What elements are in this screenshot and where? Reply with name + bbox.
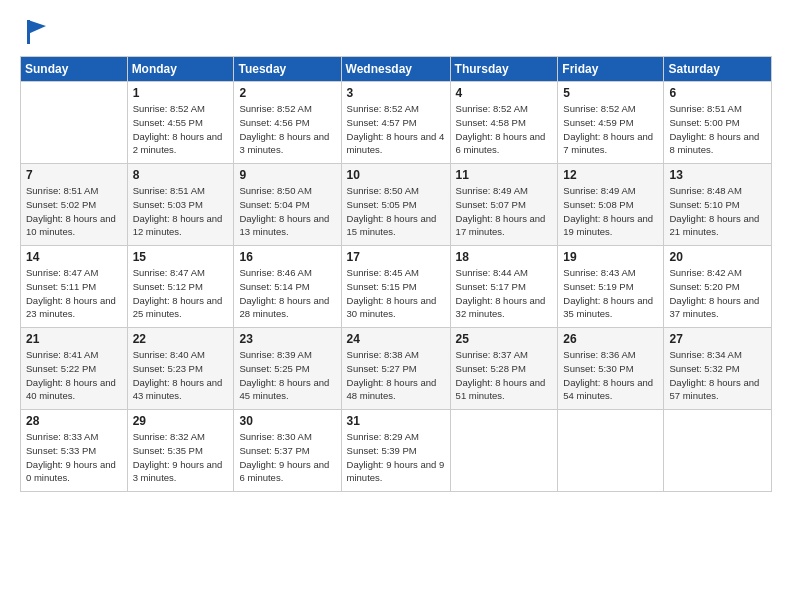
- header-row: Sunday Monday Tuesday Wednesday Thursday…: [21, 57, 772, 82]
- calendar-row: 7Sunrise: 8:51 AM Sunset: 5:02 PM Daylig…: [21, 164, 772, 246]
- calendar-cell: 4Sunrise: 8:52 AM Sunset: 4:58 PM Daylig…: [450, 82, 558, 164]
- calendar-row: 14Sunrise: 8:47 AM Sunset: 5:11 PM Dayli…: [21, 246, 772, 328]
- calendar-row: 1Sunrise: 8:52 AM Sunset: 4:55 PM Daylig…: [21, 82, 772, 164]
- calendar-cell: 14Sunrise: 8:47 AM Sunset: 5:11 PM Dayli…: [21, 246, 128, 328]
- day-number: 7: [26, 168, 122, 182]
- day-info: Sunrise: 8:45 AM Sunset: 5:15 PM Dayligh…: [347, 266, 445, 321]
- day-number: 25: [456, 332, 553, 346]
- day-number: 21: [26, 332, 122, 346]
- day-number: 2: [239, 86, 335, 100]
- day-info: Sunrise: 8:52 AM Sunset: 4:55 PM Dayligh…: [133, 102, 229, 157]
- day-info: Sunrise: 8:50 AM Sunset: 5:05 PM Dayligh…: [347, 184, 445, 239]
- calendar-cell: 6Sunrise: 8:51 AM Sunset: 5:00 PM Daylig…: [664, 82, 772, 164]
- calendar-cell: 10Sunrise: 8:50 AM Sunset: 5:05 PM Dayli…: [341, 164, 450, 246]
- calendar-cell: 19Sunrise: 8:43 AM Sunset: 5:19 PM Dayli…: [558, 246, 664, 328]
- day-number: 1: [133, 86, 229, 100]
- day-info: Sunrise: 8:44 AM Sunset: 5:17 PM Dayligh…: [456, 266, 553, 321]
- day-number: 11: [456, 168, 553, 182]
- logo: [20, 18, 48, 46]
- calendar-cell: 26Sunrise: 8:36 AM Sunset: 5:30 PM Dayli…: [558, 328, 664, 410]
- calendar-cell: [558, 410, 664, 492]
- calendar-cell: 24Sunrise: 8:38 AM Sunset: 5:27 PM Dayli…: [341, 328, 450, 410]
- day-info: Sunrise: 8:52 AM Sunset: 4:56 PM Dayligh…: [239, 102, 335, 157]
- day-number: 5: [563, 86, 658, 100]
- calendar-cell: 17Sunrise: 8:45 AM Sunset: 5:15 PM Dayli…: [341, 246, 450, 328]
- day-info: Sunrise: 8:30 AM Sunset: 5:37 PM Dayligh…: [239, 430, 335, 485]
- calendar-table: Sunday Monday Tuesday Wednesday Thursday…: [20, 56, 772, 492]
- col-tuesday: Tuesday: [234, 57, 341, 82]
- day-number: 26: [563, 332, 658, 346]
- day-info: Sunrise: 8:33 AM Sunset: 5:33 PM Dayligh…: [26, 430, 122, 485]
- day-info: Sunrise: 8:51 AM Sunset: 5:02 PM Dayligh…: [26, 184, 122, 239]
- col-wednesday: Wednesday: [341, 57, 450, 82]
- calendar-row: 28Sunrise: 8:33 AM Sunset: 5:33 PM Dayli…: [21, 410, 772, 492]
- day-info: Sunrise: 8:36 AM Sunset: 5:30 PM Dayligh…: [563, 348, 658, 403]
- svg-marker-0: [28, 20, 46, 34]
- day-number: 12: [563, 168, 658, 182]
- day-number: 31: [347, 414, 445, 428]
- day-number: 16: [239, 250, 335, 264]
- day-number: 19: [563, 250, 658, 264]
- day-info: Sunrise: 8:29 AM Sunset: 5:39 PM Dayligh…: [347, 430, 445, 485]
- calendar-cell: 9Sunrise: 8:50 AM Sunset: 5:04 PM Daylig…: [234, 164, 341, 246]
- day-number: 13: [669, 168, 766, 182]
- calendar-cell: [450, 410, 558, 492]
- calendar-cell: 3Sunrise: 8:52 AM Sunset: 4:57 PM Daylig…: [341, 82, 450, 164]
- logo-flag-icon: [26, 18, 48, 46]
- calendar-cell: 5Sunrise: 8:52 AM Sunset: 4:59 PM Daylig…: [558, 82, 664, 164]
- day-info: Sunrise: 8:49 AM Sunset: 5:07 PM Dayligh…: [456, 184, 553, 239]
- day-info: Sunrise: 8:42 AM Sunset: 5:20 PM Dayligh…: [669, 266, 766, 321]
- day-number: 30: [239, 414, 335, 428]
- day-number: 6: [669, 86, 766, 100]
- day-number: 18: [456, 250, 553, 264]
- day-number: 29: [133, 414, 229, 428]
- day-number: 10: [347, 168, 445, 182]
- day-info: Sunrise: 8:41 AM Sunset: 5:22 PM Dayligh…: [26, 348, 122, 403]
- calendar-cell: 15Sunrise: 8:47 AM Sunset: 5:12 PM Dayli…: [127, 246, 234, 328]
- day-info: Sunrise: 8:37 AM Sunset: 5:28 PM Dayligh…: [456, 348, 553, 403]
- day-number: 24: [347, 332, 445, 346]
- header: [20, 18, 772, 46]
- day-info: Sunrise: 8:50 AM Sunset: 5:04 PM Dayligh…: [239, 184, 335, 239]
- day-info: Sunrise: 8:47 AM Sunset: 5:11 PM Dayligh…: [26, 266, 122, 321]
- day-info: Sunrise: 8:51 AM Sunset: 5:00 PM Dayligh…: [669, 102, 766, 157]
- calendar-cell: 22Sunrise: 8:40 AM Sunset: 5:23 PM Dayli…: [127, 328, 234, 410]
- day-number: 23: [239, 332, 335, 346]
- day-info: Sunrise: 8:40 AM Sunset: 5:23 PM Dayligh…: [133, 348, 229, 403]
- day-info: Sunrise: 8:46 AM Sunset: 5:14 PM Dayligh…: [239, 266, 335, 321]
- calendar-cell: 29Sunrise: 8:32 AM Sunset: 5:35 PM Dayli…: [127, 410, 234, 492]
- calendar-cell: 11Sunrise: 8:49 AM Sunset: 5:07 PM Dayli…: [450, 164, 558, 246]
- calendar-row: 21Sunrise: 8:41 AM Sunset: 5:22 PM Dayli…: [21, 328, 772, 410]
- day-number: 14: [26, 250, 122, 264]
- day-number: 27: [669, 332, 766, 346]
- day-info: Sunrise: 8:38 AM Sunset: 5:27 PM Dayligh…: [347, 348, 445, 403]
- col-saturday: Saturday: [664, 57, 772, 82]
- calendar-cell: 28Sunrise: 8:33 AM Sunset: 5:33 PM Dayli…: [21, 410, 128, 492]
- calendar-cell: 2Sunrise: 8:52 AM Sunset: 4:56 PM Daylig…: [234, 82, 341, 164]
- day-info: Sunrise: 8:39 AM Sunset: 5:25 PM Dayligh…: [239, 348, 335, 403]
- day-info: Sunrise: 8:32 AM Sunset: 5:35 PM Dayligh…: [133, 430, 229, 485]
- day-info: Sunrise: 8:51 AM Sunset: 5:03 PM Dayligh…: [133, 184, 229, 239]
- calendar-cell: 12Sunrise: 8:49 AM Sunset: 5:08 PM Dayli…: [558, 164, 664, 246]
- calendar-cell: 18Sunrise: 8:44 AM Sunset: 5:17 PM Dayli…: [450, 246, 558, 328]
- calendar-cell: 27Sunrise: 8:34 AM Sunset: 5:32 PM Dayli…: [664, 328, 772, 410]
- calendar-cell: 23Sunrise: 8:39 AM Sunset: 5:25 PM Dayli…: [234, 328, 341, 410]
- day-number: 3: [347, 86, 445, 100]
- col-thursday: Thursday: [450, 57, 558, 82]
- calendar-cell: [664, 410, 772, 492]
- calendar-cell: 21Sunrise: 8:41 AM Sunset: 5:22 PM Dayli…: [21, 328, 128, 410]
- day-number: 22: [133, 332, 229, 346]
- calendar-cell: 1Sunrise: 8:52 AM Sunset: 4:55 PM Daylig…: [127, 82, 234, 164]
- day-info: Sunrise: 8:52 AM Sunset: 4:58 PM Dayligh…: [456, 102, 553, 157]
- day-info: Sunrise: 8:34 AM Sunset: 5:32 PM Dayligh…: [669, 348, 766, 403]
- day-number: 15: [133, 250, 229, 264]
- calendar-cell: 8Sunrise: 8:51 AM Sunset: 5:03 PM Daylig…: [127, 164, 234, 246]
- calendar-cell: 13Sunrise: 8:48 AM Sunset: 5:10 PM Dayli…: [664, 164, 772, 246]
- day-number: 4: [456, 86, 553, 100]
- day-number: 20: [669, 250, 766, 264]
- day-number: 28: [26, 414, 122, 428]
- col-sunday: Sunday: [21, 57, 128, 82]
- day-info: Sunrise: 8:43 AM Sunset: 5:19 PM Dayligh…: [563, 266, 658, 321]
- day-info: Sunrise: 8:47 AM Sunset: 5:12 PM Dayligh…: [133, 266, 229, 321]
- calendar-cell: 25Sunrise: 8:37 AM Sunset: 5:28 PM Dayli…: [450, 328, 558, 410]
